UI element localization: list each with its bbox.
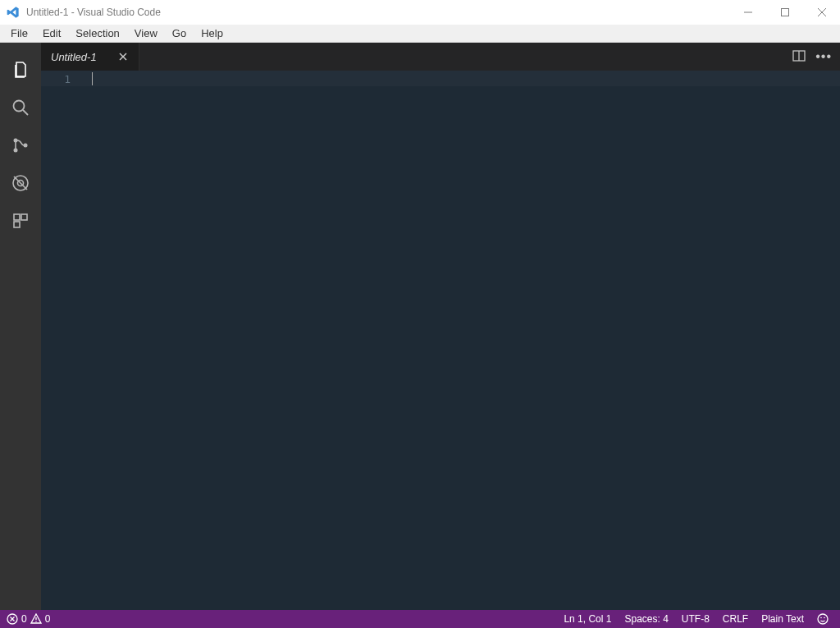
explorer-activity-button[interactable]: [0, 51, 41, 89]
close-tab-button[interactable]: [117, 51, 129, 62]
main-area: Untitled-1 ••• 1: [0, 43, 840, 610]
split-editor-icon: [792, 49, 806, 62]
maximize-button[interactable]: [766, 0, 803, 25]
svg-line-11: [14, 176, 27, 190]
status-cursor-position[interactable]: Ln 1, Col 1: [564, 613, 611, 625]
svg-rect-14: [14, 222, 20, 227]
status-indentation[interactable]: Spaces: 4: [624, 613, 668, 625]
split-editor-button[interactable]: [792, 49, 806, 65]
error-count: 0: [21, 613, 27, 625]
svg-point-4: [14, 101, 25, 112]
files-icon: [11, 60, 30, 80]
svg-point-24: [818, 614, 828, 624]
extensions-icon: [11, 211, 30, 231]
smiley-icon: [817, 613, 829, 625]
svg-point-25: [820, 617, 822, 619]
window-controls: [729, 0, 840, 25]
menu-go[interactable]: Go: [165, 25, 194, 41]
menu-help[interactable]: Help: [194, 25, 231, 41]
search-icon: [11, 98, 30, 117]
warning-icon: [30, 613, 42, 625]
status-bar: 0 0 Ln 1, Col 1 Spaces: 4 UTF-8 CRLF Pla…: [0, 610, 840, 628]
status-language-mode[interactable]: Plain Text: [761, 613, 804, 625]
menu-edit[interactable]: Edit: [35, 25, 68, 41]
menu-file[interactable]: File: [3, 25, 35, 41]
titlebar: Untitled-1 - Visual Studio Code: [0, 0, 840, 25]
svg-point-23: [35, 621, 36, 621]
tab-bar: Untitled-1 •••: [41, 43, 840, 71]
status-left: 0 0: [7, 613, 50, 625]
close-window-button[interactable]: [803, 0, 840, 25]
editor-group: Untitled-1 ••• 1: [41, 43, 840, 610]
vscode-app-icon: [7, 6, 20, 19]
source-control-activity-button[interactable]: [0, 126, 41, 164]
svg-rect-13: [21, 214, 27, 220]
status-right: Ln 1, Col 1 Spaces: 4 UTF-8 CRLF Plain T…: [564, 613, 833, 625]
svg-point-8: [24, 144, 28, 148]
text-editor[interactable]: 1: [41, 71, 840, 610]
error-icon: [7, 613, 18, 625]
svg-rect-1: [781, 9, 788, 16]
warning-count: 0: [45, 613, 51, 625]
tab-actions: •••: [792, 43, 840, 71]
more-actions-button[interactable]: •••: [815, 53, 832, 61]
menubar: File Edit Selection View Go Help: [0, 25, 840, 43]
tab-label: Untitled-1: [51, 51, 109, 63]
status-problems[interactable]: 0 0: [7, 613, 50, 625]
minimize-button[interactable]: [729, 0, 766, 25]
editor-content[interactable]: [82, 71, 840, 610]
svg-point-7: [14, 149, 18, 153]
text-cursor: [92, 72, 93, 85]
current-line-highlight: [41, 71, 840, 86]
status-encoding[interactable]: UTF-8: [682, 613, 710, 625]
svg-rect-12: [14, 214, 20, 220]
svg-point-26: [824, 617, 825, 619]
menu-selection[interactable]: Selection: [68, 25, 126, 41]
menu-view[interactable]: View: [127, 25, 165, 41]
debug-icon: [11, 173, 30, 193]
status-eol[interactable]: CRLF: [723, 613, 748, 625]
line-number-gutter: 1: [41, 71, 82, 610]
svg-point-6: [14, 139, 18, 143]
window-title: Untitled-1 - Visual Studio Code: [26, 7, 161, 18]
activity-bar: [0, 43, 41, 610]
svg-line-5: [23, 110, 28, 115]
debug-activity-button[interactable]: [0, 164, 41, 202]
source-control-icon: [11, 135, 30, 155]
status-feedback-button[interactable]: [817, 613, 829, 625]
extensions-activity-button[interactable]: [0, 202, 41, 240]
editor-tab[interactable]: Untitled-1: [41, 43, 139, 71]
search-activity-button[interactable]: [0, 89, 41, 126]
